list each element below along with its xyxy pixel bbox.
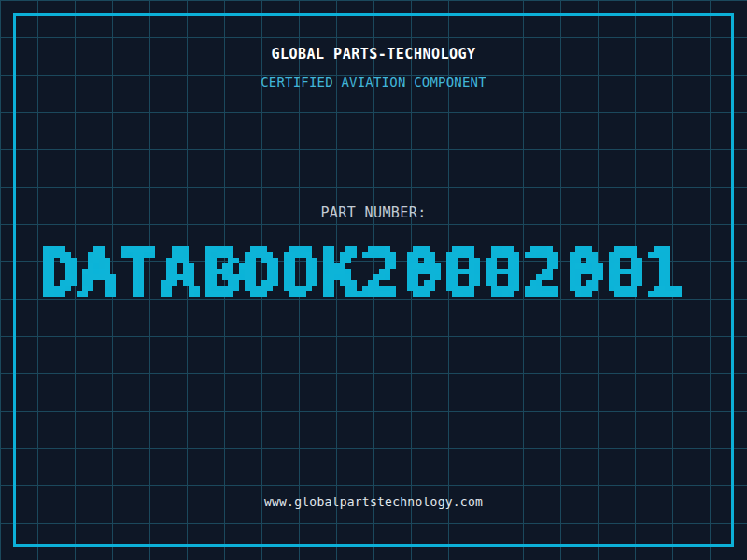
part-number-display [26,246,721,314]
company-title: GLOBAL PARTS-TECHNOLOGY [0,46,747,63]
certification-subtitle: CERTIFIED AVIATION COMPONENT [0,75,747,90]
website-url: www.globalpartstechnology.com [0,495,747,509]
part-number-label: PART NUMBER: [0,204,747,221]
